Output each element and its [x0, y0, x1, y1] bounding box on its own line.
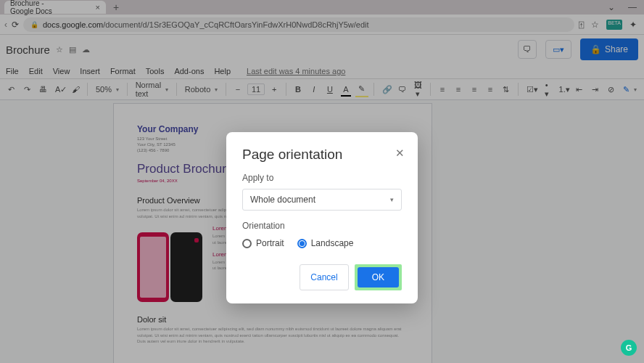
radio-icon [297, 239, 307, 248]
orientation-label: Orientation [242, 221, 402, 231]
apply-to-label: Apply to [242, 173, 402, 183]
cancel-button[interactable]: Cancel [300, 264, 348, 290]
ok-button[interactable]: OK [358, 267, 399, 287]
dialog-title: Page orientation [242, 147, 402, 163]
page-orientation-dialog: Page orientation ✕ Apply to Whole docume… [226, 132, 418, 303]
ok-highlight: OK [355, 264, 402, 290]
radio-portrait[interactable]: Portrait [242, 238, 284, 248]
close-icon[interactable]: ✕ [395, 147, 405, 160]
apply-to-select[interactable]: Whole document [242, 189, 402, 211]
grammarly-icon[interactable]: G [621, 340, 637, 356]
radio-icon [242, 239, 252, 248]
radio-landscape[interactable]: Landscape [297, 238, 354, 248]
